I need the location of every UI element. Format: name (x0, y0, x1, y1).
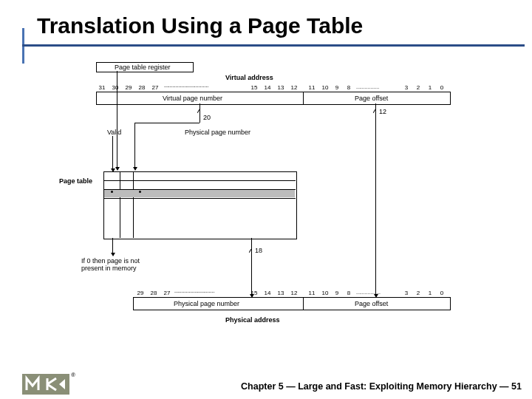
label-width-18: 18 (255, 247, 262, 254)
page-table-diagram: Page table register Virtual address 31 3… (59, 61, 473, 341)
label-width-20: 20 (203, 114, 211, 121)
label-width-12: 12 (379, 108, 386, 115)
label-virtual-address: Virtual address (225, 74, 273, 81)
label-page-offset: Page offset (355, 95, 388, 102)
label-page-offset-2: Page offset (355, 300, 388, 307)
mk-logo (22, 374, 69, 395)
label-not-present: If 0 then page is not present in memory (81, 257, 155, 272)
label-valid: Valid (107, 129, 121, 136)
label-page-table-register: Page table register (115, 64, 171, 71)
label-physical-address: Physical address (225, 316, 280, 324)
label-physical-page-number: Physical page number (185, 129, 250, 136)
label-page-table: Page table (59, 177, 92, 185)
label-virtual-page-number: Virtual page number (163, 95, 222, 102)
slide-title: Translation Using a Page Table (37, 13, 525, 38)
footer-text: Chapter 5 — Large and Fast: Exploiting M… (241, 381, 522, 392)
label-physical-page-number-2: Physical page number (174, 300, 239, 307)
registered-mark: ® (71, 372, 75, 378)
